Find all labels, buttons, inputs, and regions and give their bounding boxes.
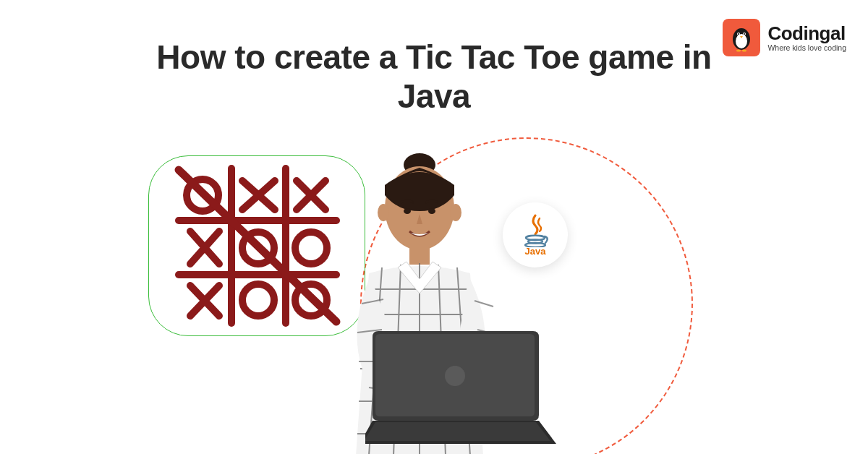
- svg-point-11: [295, 232, 327, 264]
- tictactoe-board-icon: [163, 155, 351, 336]
- svg-point-19: [428, 208, 435, 214]
- svg-point-23: [445, 366, 465, 386]
- svg-rect-20: [409, 246, 430, 265]
- java-label: Java: [525, 246, 546, 257]
- page-title: How to create a Tic Tac Toe game in Java: [152, 38, 716, 116]
- brand-logo: Codingal Where kids love coding: [723, 19, 846, 56]
- svg-point-7: [736, 50, 741, 52]
- penguin-icon: [723, 19, 760, 56]
- svg-point-4: [738, 33, 739, 35]
- laptop-icon: [365, 325, 561, 454]
- brand-tagline: Where kids love coding: [767, 44, 846, 53]
- svg-point-17: [450, 204, 461, 221]
- svg-point-8: [742, 50, 746, 52]
- hero-illustration: Java: [145, 137, 723, 448]
- svg-point-12: [242, 284, 274, 316]
- svg-point-18: [404, 208, 411, 214]
- svg-point-16: [378, 204, 389, 221]
- svg-point-5: [744, 33, 745, 35]
- brand-text: Codingal Where kids love coding: [767, 23, 846, 52]
- java-badge: Java: [503, 202, 568, 267]
- java-icon: [521, 214, 550, 247]
- brand-name: Codingal: [767, 23, 846, 44]
